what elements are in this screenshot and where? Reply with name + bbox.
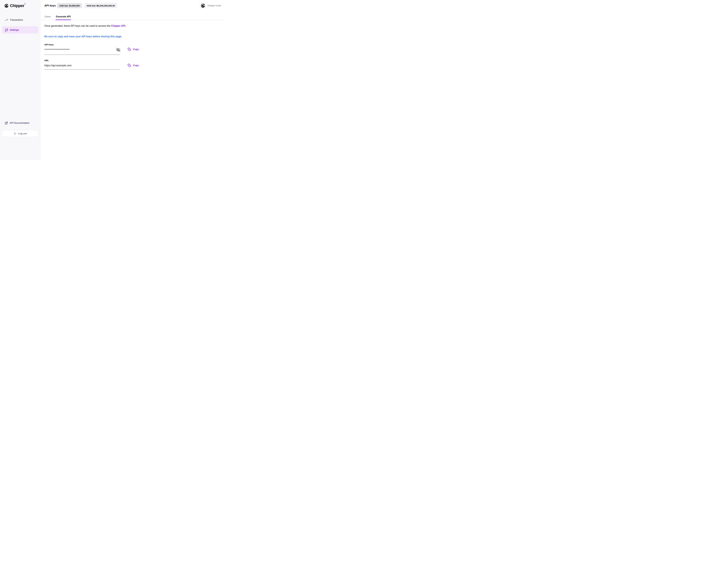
sidebar-item-transactions[interactable]: Transactions — [2, 17, 38, 23]
tab-label: Generate API — [56, 15, 71, 18]
logout-button[interactable]: Log out — [2, 130, 38, 137]
api-keys-row: ************************* Copy — [44, 48, 221, 55]
api-keys-field: ************************* — [44, 48, 120, 55]
tab-generate-api[interactable]: Generate API — [56, 13, 71, 20]
sidebar: Chipper® Transactions Settings API Docum… — [0, 0, 40, 160]
copy-url-button[interactable]: Copy — [128, 64, 139, 67]
copy-icon — [128, 48, 131, 51]
sidebar-item-settings[interactable]: Settings — [2, 26, 38, 34]
tab-users[interactable]: Users — [44, 13, 51, 20]
url-row: https://api.example.com Copy — [44, 64, 221, 70]
account-chip: Chipper Cash — [200, 3, 221, 8]
chipper-logo-icon — [4, 3, 8, 8]
copy-label: Copy — [133, 48, 139, 51]
intro-text: Once generated, these API keys can be us… — [44, 24, 221, 27]
active-tab-underline — [56, 20, 71, 20]
main-panel: API keys USD bal: $3,000,000 NGN bal: ₦2… — [40, 0, 225, 160]
copy-warning-text: Be sure to copy and save your API keys b… — [44, 35, 221, 38]
external-link-icon — [5, 122, 8, 125]
eye-off-icon — [117, 48, 120, 52]
repeat-icon — [5, 28, 8, 32]
account-name: Chipper Cash — [207, 4, 221, 7]
tab-bar: Users Generate API — [40, 13, 225, 20]
copy-icon — [128, 64, 131, 67]
trending-up-icon — [5, 18, 8, 22]
usd-balance-badge: USD bal: $3,000,000 — [57, 3, 82, 8]
sidebar-item-label: Transactions — [10, 19, 23, 21]
registered-trademark: ® — [24, 3, 25, 5]
brand-wordmark: Chipper — [10, 3, 24, 8]
sidebar-item-label: Settings — [10, 29, 19, 31]
chipper-api-link[interactable]: Chipper API. — [111, 24, 126, 27]
log-out-icon — [14, 132, 17, 135]
generate-api-panel: Once generated, these API keys can be us… — [40, 24, 225, 70]
copy-label: Copy — [133, 64, 139, 67]
api-documentation-label: API Documentation — [9, 122, 29, 124]
chipper-logo: Chipper® — [4, 3, 25, 8]
url-field: https://api.example.com — [44, 64, 120, 70]
chipper-cash-logo-icon — [200, 3, 206, 8]
toggle-visibility-button[interactable] — [117, 48, 120, 52]
api-documentation-link[interactable]: API Documentation — [2, 121, 38, 125]
url-value: https://api.example.com — [44, 64, 71, 67]
copy-api-key-button[interactable]: Copy — [128, 48, 139, 51]
page-title: API keys — [44, 4, 56, 7]
tab-label: Users — [44, 15, 51, 18]
url-label: URL — [44, 59, 221, 62]
logout-label: Log out — [18, 132, 27, 135]
api-keys-label: API Keys — [44, 43, 221, 46]
page-header: API keys USD bal: $3,000,000 NGN bal: ₦2… — [40, 0, 225, 13]
api-keys-masked-value: ************************* — [44, 48, 69, 51]
ngn-balance-badge: NGN bal: ₦2,040,000,000.00 — [85, 3, 117, 8]
